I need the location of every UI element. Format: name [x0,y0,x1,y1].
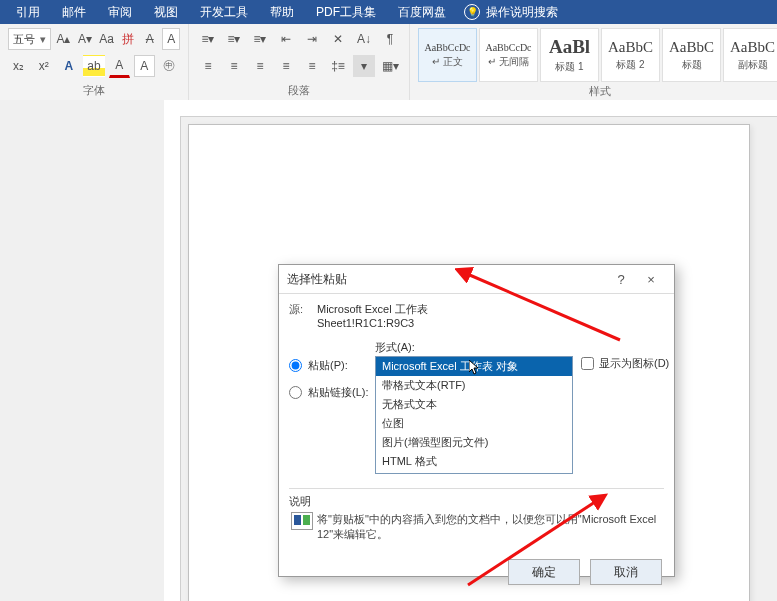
align-left-button[interactable]: ≡ [197,55,219,77]
list-item[interactable]: 带格式文本(RTF) [376,376,572,395]
display-as-icon-label: 显示为图标(D) [599,356,669,371]
font-size-value: 五号 [13,32,35,47]
dialog-title: 选择性粘贴 [287,271,347,288]
text-effects-button[interactable]: A [58,55,79,77]
style-subtitle[interactable]: AaBbC 副标题 [723,28,777,82]
shrink-font-button[interactable]: A▾ [76,28,94,50]
style-sample: AaBbCcDc [424,42,470,53]
ribbon-group-paragraph: ≡▾ ≡▾ ≡▾ ⇤ ⇥ ✕ A↓ ¶ ≡ ≡ ≡ ≡ ≡ ‡≡ ▾ ▦▾ 段落 [189,24,410,100]
line-spacing-button[interactable]: ‡≡ [327,55,349,77]
style-heading2[interactable]: AaBbC 标题 2 [601,28,660,82]
show-marks-button[interactable]: ¶ [379,28,401,50]
tab-review[interactable]: 审阅 [98,0,142,25]
style-gallery[interactable]: AaBbCcDc ↵ 正文 AaBbCcDc ↵ 无间隔 AaBl 标题 1 A… [418,28,777,82]
radio-paste-link[interactable]: 粘贴链接(L): [289,385,369,400]
highlight-button[interactable]: ab [83,55,104,77]
source-label: 源: [289,302,311,329]
horizontal-ruler[interactable] [164,100,777,117]
description-label: 说明 [289,494,311,509]
tab-pdf[interactable]: PDF工具集 [306,0,386,25]
change-case-button[interactable]: Aa [98,28,116,50]
description-body: 将"剪贴板"中的内容插入到您的文档中，以便您可以用"Microsoft Exce… [317,512,664,543]
list-item[interactable]: 图片(增强型图元文件) [376,433,572,452]
tab-devtools[interactable]: 开发工具 [190,0,258,25]
tab-help[interactable]: 帮助 [260,0,304,25]
display-as-icon-input[interactable] [581,357,594,370]
style-caption: ↵ 正文 [432,55,463,69]
subscript-button[interactable]: x₂ [8,55,29,77]
style-nospacing[interactable]: AaBbCcDc ↵ 无间隔 [479,28,538,82]
grow-font-button[interactable]: A▴ [55,28,73,50]
dialog-help-button[interactable]: ? [606,269,636,289]
radio-paste-link-input[interactable] [289,386,302,399]
multilevel-button[interactable]: ≡▾ [249,28,271,50]
tab-references[interactable]: 引用 [6,0,50,25]
style-sample: AaBbCcDc [485,42,531,53]
char-border-button[interactable]: A [162,28,180,50]
cancel-button[interactable]: 取消 [590,559,662,585]
style-caption: 标题 1 [555,60,583,74]
bullets-button[interactable]: ≡▾ [197,28,219,50]
align-right-button[interactable]: ≡ [249,55,271,77]
ribbon: 五号▾ A▴ A▾ Aa 拼 A A x₂ x² A ab A A ㊥ 字体 ≡… [0,24,777,101]
bulb-icon: 💡 [464,4,480,20]
style-caption: ↵ 无间隔 [488,55,529,69]
radio-paste[interactable]: 粘贴(P): [289,358,369,373]
style-normal[interactable]: AaBbCcDc ↵ 正文 [418,28,477,82]
align-center-button[interactable]: ≡ [223,55,245,77]
style-sample: AaBbC [669,39,714,56]
list-item[interactable]: 无格式文本 [376,395,572,414]
tab-mail[interactable]: 邮件 [52,0,96,25]
clear-format-button[interactable]: A [141,28,159,50]
shading-button[interactable]: ▾ [353,55,375,77]
paste-special-dialog: 选择性粘贴 ? × 源: Microsoft Excel 工作表 Sheet1!… [278,264,675,577]
list-item[interactable]: Microsoft Excel 工作表 对象 [376,357,572,376]
group-label-paragraph: 段落 [197,81,401,100]
display-as-icon-checkbox[interactable]: 显示为图标(D) [581,356,669,371]
source-line1: Microsoft Excel 工作表 [317,302,428,317]
phonetic-guide-button[interactable]: 拼 [119,28,137,50]
ribbon-tabbar: 引用 邮件 审阅 视图 开发工具 帮助 PDF工具集 百度网盘 💡 操作说明搜索 [0,0,777,24]
tab-baidu[interactable]: 百度网盘 [388,0,456,25]
ribbon-group-styles: AaBbCcDc ↵ 正文 AaBbCcDc ↵ 无间隔 AaBl 标题 1 A… [410,24,777,100]
dialog-close-button[interactable]: × [636,269,666,289]
radio-paste-input[interactable] [289,359,302,372]
ribbon-group-font: 五号▾ A▴ A▾ Aa 拼 A A x₂ x² A ab A A ㊥ 字体 [0,24,189,100]
style-caption: 标题 [682,58,702,72]
dialog-separator [289,488,664,489]
numbering-button[interactable]: ≡▾ [223,28,245,50]
style-heading1[interactable]: AaBl 标题 1 [540,28,599,82]
vertical-ruler[interactable] [164,116,181,601]
borders-button[interactable]: ▦▾ [379,55,401,77]
style-sample: AaBbC [730,39,775,56]
sort-button[interactable]: A↓ [353,28,375,50]
list-item[interactable]: 位图 [376,414,572,433]
tab-view[interactable]: 视图 [144,0,188,25]
indent-right-button[interactable]: ⇥ [301,28,323,50]
style-sample: AaBl [549,36,590,58]
description-icon [291,512,313,530]
text-direction-button[interactable]: ✕ [327,28,349,50]
ok-button[interactable]: 确定 [508,559,580,585]
tell-me-search[interactable]: 💡 操作说明搜索 [464,4,558,21]
list-item[interactable]: HTML 格式 [376,452,572,471]
font-size-combo[interactable]: 五号▾ [8,28,51,50]
superscript-button[interactable]: x² [33,55,54,77]
align-distribute-button[interactable]: ≡ [301,55,323,77]
indent-left-button[interactable]: ⇤ [275,28,297,50]
enclose-char-button[interactable]: ㊥ [159,55,180,77]
dialog-titlebar[interactable]: 选择性粘贴 ? × [279,265,674,294]
group-label-styles: 样式 [418,82,777,101]
source-line2: Sheet1!R1C1:R9C3 [317,317,428,329]
font-color-button[interactable]: A [109,54,130,78]
char-shading-button[interactable]: A [134,55,155,77]
radio-paste-link-label: 粘贴链接(L): [308,385,369,400]
style-caption: 标题 2 [616,58,644,72]
style-sample: AaBbC [608,39,653,56]
align-justify-button[interactable]: ≡ [275,55,297,77]
list-item[interactable]: 无格式的 Unicode 文本 [376,471,572,474]
style-title[interactable]: AaBbC 标题 [662,28,721,82]
group-label-font: 字体 [8,81,180,100]
search-placeholder: 操作说明搜索 [486,4,558,21]
format-listbox[interactable]: Microsoft Excel 工作表 对象 带格式文本(RTF) 无格式文本 … [375,356,573,474]
